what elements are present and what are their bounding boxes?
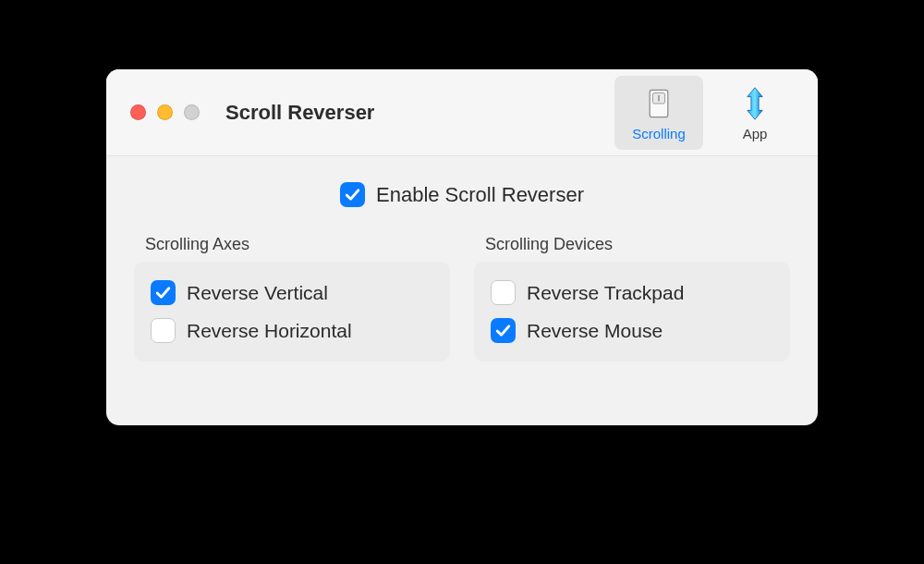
reverse-mouse-row: Reverse Mouse xyxy=(491,314,773,347)
titlebar: Scroll Reverser Scrolling xyxy=(106,69,818,156)
traffic-lights xyxy=(130,104,200,120)
minimize-button[interactable] xyxy=(157,104,173,120)
scrolling-axes-box: Reverse Vertical Reverse Horizontal xyxy=(134,262,450,362)
toolbar-tabs: Scrolling App xyxy=(614,76,799,150)
switch-icon xyxy=(638,83,679,124)
enable-checkbox[interactable] xyxy=(340,182,365,207)
reverse-mouse-checkbox[interactable] xyxy=(491,318,516,343)
scrolling-axes-group: Scrolling Axes Reverse Vertical Reverse … xyxy=(134,235,450,362)
tab-scrolling[interactable]: Scrolling xyxy=(614,76,703,150)
tab-scrolling-label: Scrolling xyxy=(632,126,686,141)
reverse-horizontal-label: Reverse Horizontal xyxy=(187,320,352,342)
reverse-horizontal-row: Reverse Horizontal xyxy=(151,314,433,347)
reverse-trackpad-checkbox[interactable] xyxy=(491,280,516,305)
reverse-mouse-label: Reverse Mouse xyxy=(527,320,663,342)
reverse-trackpad-label: Reverse Trackpad xyxy=(527,282,684,304)
reverse-horizontal-checkbox[interactable] xyxy=(151,318,176,343)
content-pane: Enable Scroll Reverser Scrolling Axes Re… xyxy=(106,156,818,389)
zoom-button[interactable] xyxy=(184,104,200,120)
reverse-vertical-checkbox[interactable] xyxy=(151,280,176,305)
reverse-trackpad-row: Reverse Trackpad xyxy=(491,276,773,309)
tab-app-label: App xyxy=(743,126,768,141)
preferences-window: Scroll Reverser Scrolling xyxy=(106,69,818,425)
tab-app[interactable]: App xyxy=(711,76,799,150)
double-arrow-icon xyxy=(735,83,775,124)
scrolling-devices-group: Scrolling Devices Reverse Trackpad Rever… xyxy=(474,235,790,362)
enable-row: Enable Scroll Reverser xyxy=(134,182,790,207)
groups: Scrolling Axes Reverse Vertical Reverse … xyxy=(134,235,790,362)
scrolling-axes-title: Scrolling Axes xyxy=(145,235,450,254)
reverse-vertical-label: Reverse Vertical xyxy=(187,282,328,304)
scrolling-devices-title: Scrolling Devices xyxy=(485,235,790,254)
enable-label: Enable Scroll Reverser xyxy=(376,183,584,207)
reverse-vertical-row: Reverse Vertical xyxy=(151,276,433,309)
close-button[interactable] xyxy=(130,104,146,120)
scrolling-devices-box: Reverse Trackpad Reverse Mouse xyxy=(474,262,790,362)
window-title: Scroll Reverser xyxy=(225,101,374,125)
